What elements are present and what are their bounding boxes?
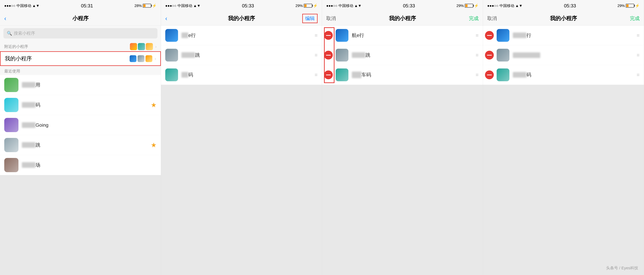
back-button-1[interactable]: ‹ <box>4 15 6 22</box>
page-title-1: 小程序 <box>72 15 88 22</box>
drag-handle-2-1[interactable]: ≡ <box>314 32 318 38</box>
nav-bar-2: ‹ 我的小程序 编辑 <box>161 11 322 26</box>
nearby-chevron: › <box>155 44 156 49</box>
app-name-2: ████码 <box>22 102 151 108</box>
recent-list: ████用 ████码 ★ ████Going ████跳 ★ <box>0 75 161 175</box>
mini-list-item-2-3[interactable]: ██码 ≡ <box>161 65 322 85</box>
page-title-4: 我的小程序 <box>550 15 577 22</box>
grey-area-3 <box>322 85 483 275</box>
battery-4: 29% ⚡ <box>618 4 640 8</box>
signal-3: ●●●○○ 中国移动 ▲▼ <box>326 3 362 8</box>
back-button-2[interactable]: ‹ <box>165 15 167 22</box>
recent-label: 最近使用 <box>0 66 161 75</box>
drag-handle-3-2[interactable]: ≡ <box>476 52 478 58</box>
mini-name-3-2: ████跳 <box>352 52 474 58</box>
mini-list-item-3-1[interactable]: 航e行 ≡ <box>322 26 483 45</box>
mini-list-item-4-3[interactable]: ████码 ≡ <box>483 65 644 85</box>
done-button-3[interactable]: 完成 <box>469 15 478 22</box>
mini-list-item-4-1[interactable]: ████行 ≡ 删除 <box>483 26 644 45</box>
panel-1: ●●●○○ 中国移动 ▲▼ 05:31 28% ⚡ ‹ 小程序 🔍 搜索小程序 … <box>0 0 161 275</box>
app-name-3: ████Going <box>22 122 156 128</box>
nearby-header: 附近的小程序 › <box>0 41 161 51</box>
mini-list-item-4-2[interactable]: ████████ ≡ <box>483 45 644 65</box>
mini-list-item-2-2[interactable]: ████跳 ≡ <box>161 45 322 65</box>
nav-bar-4: 取消 我的小程序 完成 <box>483 11 644 26</box>
mini-list-item-3-2[interactable]: ████跳 ≡ <box>322 45 483 65</box>
battery-icon-3 <box>465 4 473 8</box>
mini-icon-2-3 <box>165 69 178 81</box>
mini-name-2-2: ████跳 <box>182 52 313 58</box>
mini-list-item-3-3[interactable]: 停车车码 ≡ <box>322 65 483 85</box>
drag-handle-4-1[interactable]: ≡ <box>636 32 640 38</box>
mini-name-4-1: ████行 <box>513 32 635 39</box>
signal-2: ●●●○○ 中国移动 ▲▼ <box>165 3 200 8</box>
nearby-more[interactable]: › <box>130 43 156 50</box>
page-title-3: 我的小程序 <box>389 15 416 22</box>
minus-btn-3-1[interactable] <box>324 31 333 40</box>
time-2: 05:33 <box>242 3 254 9</box>
battery-1: 28% ⚡ <box>134 4 156 8</box>
search-icon-1: 🔍 <box>7 31 12 36</box>
mini-icon-3-2 <box>336 49 348 62</box>
app-icon-1 <box>4 78 18 92</box>
nearby-label: 附近的小程序 <box>4 44 28 49</box>
drag-handle-3-1[interactable]: ≡ <box>476 32 478 38</box>
my-programs-chevron: › <box>154 56 156 61</box>
mini-name-4-2: ████████ <box>513 52 635 58</box>
minus-btn-4-1[interactable] <box>485 31 494 40</box>
time-4: 05:33 <box>564 3 576 9</box>
panel-4: ●●●○○ 中国移动 ▲▼ 05:33 29% ⚡ 取消 我的小程序 完成 ██… <box>483 0 644 275</box>
app-icon-4 <box>4 138 18 152</box>
list-item-3[interactable]: ████Going <box>0 115 161 135</box>
list-item-4[interactable]: ████跳 ★ <box>0 135 161 155</box>
mini-list-4: ████行 ≡ 删除 ████████ ≡ ████码 ≡ <box>483 26 644 85</box>
signal-1: ●●●○○ 中国移动 ▲▼ <box>4 3 40 8</box>
star-icon-4: ★ <box>151 141 156 149</box>
drag-handle-4-2[interactable]: ≡ <box>636 52 640 58</box>
battery-icon-1 <box>143 4 151 8</box>
mini-icon-3-1 <box>336 29 348 42</box>
status-bar-3: ●●●○○ 中国移动 ▲▼ 05:33 29% ⚡ <box>322 0 483 11</box>
star-icon-2: ★ <box>151 101 156 109</box>
list-item-1[interactable]: ████用 <box>0 75 161 95</box>
search-bar-1[interactable]: 🔍 搜索小程序 <box>4 28 158 39</box>
watermark: 头条号 / Eyes科技 <box>606 265 638 271</box>
mini-list-2: ██e行 ≡ ████跳 ≡ ██码 ≡ <box>161 26 322 85</box>
list-item-2[interactable]: ████码 ★ <box>0 95 161 115</box>
status-bar-4: ●●●○○ 中国移动 ▲▼ 05:33 29% ⚡ <box>483 0 644 11</box>
my-programs-icons: › <box>130 55 156 62</box>
panel-2: ●●●○○ 中国移动 ▲▼ 05:33 29% ⚡ ‹ 我的小程序 编辑 ██e… <box>161 0 322 275</box>
mini-name-4-3: ████码 <box>513 72 635 78</box>
status-bar-1: ●●●○○ 中国移动 ▲▼ 05:31 28% ⚡ <box>0 0 161 11</box>
battery-2: 29% ⚡ <box>296 4 318 8</box>
nav-bar-3: 取消 我的小程序 完成 <box>322 11 483 26</box>
app-name-4: ████跳 <box>22 142 151 148</box>
grey-area-4 <box>483 85 644 275</box>
app-icon-5 <box>4 158 18 172</box>
drag-handle-2-2[interactable]: ≡ <box>314 52 318 58</box>
minus-btn-4-2[interactable] <box>485 51 494 60</box>
search-placeholder-1: 搜索小程序 <box>14 30 35 36</box>
list-item-5[interactable]: ████场 <box>0 155 161 175</box>
cancel-button-4[interactable]: 取消 <box>487 15 497 22</box>
minus-btn-3-3[interactable] <box>324 71 333 79</box>
mini-list-item-2-1[interactable]: ██e行 ≡ <box>161 26 322 45</box>
status-bar-2: ●●●○○ 中国移动 ▲▼ 05:33 29% ⚡ <box>161 0 322 11</box>
drag-handle-4-3[interactable]: ≡ <box>636 72 640 78</box>
edit-button[interactable]: 编辑 <box>302 14 318 23</box>
mini-list-3: 航e行 ≡ ████跳 ≡ 停车车码 ≡ <box>322 26 483 85</box>
mini-icon-3-3 <box>336 69 348 81</box>
minus-btn-3-2[interactable] <box>324 51 333 60</box>
mini-icon-2-2 <box>165 49 178 62</box>
app-name-1: ████用 <box>22 82 156 88</box>
signal-4: ●●●○○ 中国移动 ▲▼ <box>487 3 522 8</box>
drag-handle-2-3[interactable]: ≡ <box>314 72 318 78</box>
cancel-button-3[interactable]: 取消 <box>326 15 336 22</box>
nav-bar-1: ‹ 小程序 <box>0 11 161 26</box>
app-icon-3 <box>4 118 18 132</box>
my-programs-row[interactable]: 我的小程序 › <box>0 51 161 66</box>
grey-area-2 <box>161 85 322 275</box>
minus-btn-4-3[interactable] <box>485 71 494 79</box>
done-button-4[interactable]: 完成 <box>630 15 640 22</box>
drag-handle-3-3[interactable]: ≡ <box>476 72 478 78</box>
